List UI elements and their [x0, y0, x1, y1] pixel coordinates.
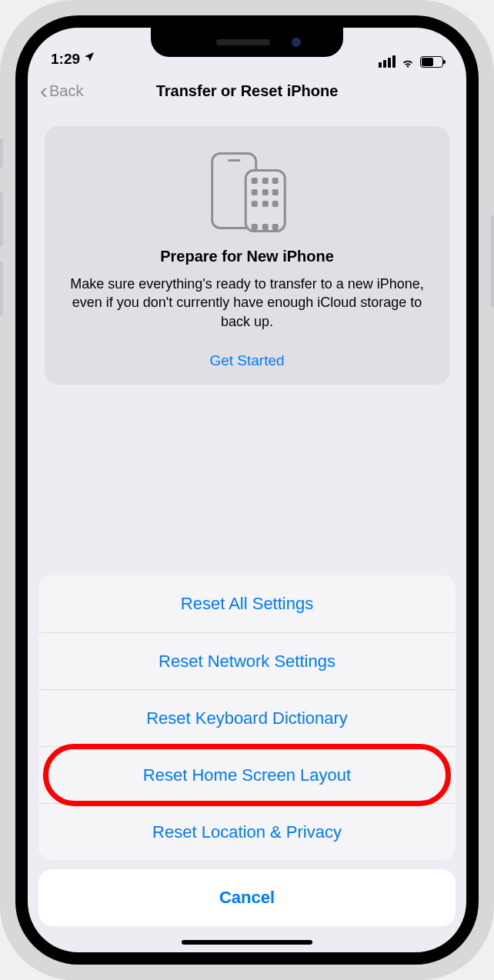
cancel-label: Cancel — [219, 888, 275, 908]
prepare-description: Make sure everything's ready to transfer… — [66, 275, 428, 331]
reset-all-settings-button[interactable]: Reset All Settings — [38, 575, 456, 632]
status-right — [379, 55, 443, 68]
prepare-card: Prepare for New iPhone Make sure everyth… — [45, 126, 449, 385]
battery-icon — [420, 56, 443, 68]
back-button[interactable]: ‹ Back — [40, 82, 83, 100]
page-title: Transfer or Reset iPhone — [156, 82, 339, 100]
cancel-button[interactable]: Cancel — [38, 869, 456, 926]
location-icon — [83, 50, 95, 67]
cellular-signal-icon — [379, 55, 396, 68]
volume-up-button[interactable] — [0, 192, 3, 246]
mute-switch[interactable] — [0, 138, 3, 168]
home-indicator[interactable] — [182, 940, 312, 945]
reset-keyboard-dictionary-button[interactable]: Reset Keyboard Dictionary — [38, 689, 456, 746]
speaker-grille — [216, 39, 270, 45]
reset-network-settings-button[interactable]: Reset Network Settings — [38, 632, 456, 689]
notch — [151, 28, 343, 57]
device-frame: 1:29 — [0, 0, 494, 980]
reset-options-list: Reset All Settings Reset Network Setting… — [38, 575, 456, 860]
prepare-title: Prepare for New iPhone — [66, 248, 428, 265]
reset-item-label: Reset Home Screen Layout — [143, 765, 351, 785]
screen: 1:29 — [28, 28, 466, 952]
status-left: 1:29 — [51, 51, 95, 68]
nav-bar: ‹ Back Transfer or Reset iPhone — [28, 71, 466, 111]
content: Prepare for New iPhone Make sure everyth… — [28, 111, 466, 385]
reset-item-label: Reset Location & Privacy — [152, 822, 342, 842]
reset-action-sheet: Reset All Settings Reset Network Setting… — [28, 575, 466, 952]
phone-apps-icon — [245, 169, 286, 232]
chevron-left-icon: ‹ — [40, 84, 48, 98]
status-time: 1:29 — [51, 51, 80, 68]
volume-down-button[interactable] — [0, 262, 3, 315]
front-camera — [292, 38, 301, 47]
reset-item-label: Reset All Settings — [181, 594, 313, 614]
wifi-icon — [400, 56, 416, 68]
reset-item-label: Reset Keyboard Dictionary — [146, 708, 348, 728]
device-inner: 1:29 — [15, 15, 479, 965]
back-label: Back — [49, 82, 83, 100]
power-button[interactable] — [491, 215, 494, 308]
prepare-illustration — [66, 152, 428, 229]
get-started-button[interactable]: Get Started — [66, 352, 428, 369]
reset-home-screen-layout-button[interactable]: Reset Home Screen Layout — [38, 746, 456, 803]
reset-location-privacy-button[interactable]: Reset Location & Privacy — [38, 803, 456, 860]
reset-item-label: Reset Network Settings — [159, 652, 335, 672]
